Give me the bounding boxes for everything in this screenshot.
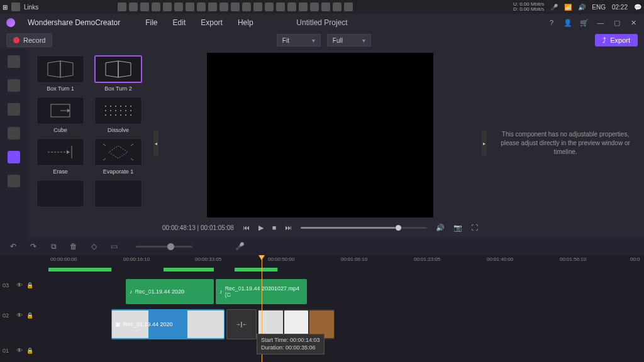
lock-icon[interactable]: 🔒 xyxy=(26,348,33,354)
svg-marker-2 xyxy=(67,109,70,112)
prev-button[interactable]: ⏮ xyxy=(243,224,250,231)
account-icon[interactable]: 👤 xyxy=(564,19,572,27)
crop-icon[interactable]: ⧉ xyxy=(49,242,58,251)
tab-transitions-icon[interactable] xyxy=(8,151,20,163)
maximize-icon[interactable]: ▢ xyxy=(613,19,621,27)
tray-notif-icon[interactable]: 💬 xyxy=(634,4,641,11)
tray-app-icon[interactable] xyxy=(152,3,160,11)
menu-edit[interactable]: Edit xyxy=(173,18,186,27)
audio-clip-1[interactable]: ♪Rec_01.19.44 2020 xyxy=(126,279,214,304)
tab-captions-icon[interactable] xyxy=(8,103,20,116)
lock-icon[interactable]: 🔒 xyxy=(26,312,33,319)
tray-lang[interactable]: ENG xyxy=(592,4,606,11)
track-02[interactable]: 02👁 🔒 ▣Rec_01.19.44 2020 →|← xyxy=(38,309,644,339)
tray-app-icon[interactable] xyxy=(208,3,217,11)
tray-app-icon[interactable] xyxy=(321,3,330,11)
export-button[interactable]: ⤴ Export xyxy=(595,34,638,47)
effect-extra-1[interactable] xyxy=(34,180,87,207)
upload-icon: ⤴ xyxy=(602,36,606,44)
stop-button[interactable]: ■ xyxy=(272,224,277,231)
collapse-right-icon[interactable]: ▸ xyxy=(482,131,487,156)
video-clip[interactable]: ▣Rec_01.19.44 2020 xyxy=(111,309,225,339)
tray-app-icon[interactable] xyxy=(174,3,183,11)
redo-icon[interactable]: ↷ xyxy=(29,242,38,251)
task-icon[interactable] xyxy=(11,3,20,11)
svg-point-14 xyxy=(130,110,131,111)
tray-app-icon[interactable] xyxy=(344,3,353,11)
tray-app-icon[interactable] xyxy=(231,3,240,11)
svg-point-13 xyxy=(125,110,126,111)
play-button[interactable]: ▶ xyxy=(258,224,264,232)
tray-app-icon[interactable] xyxy=(265,3,274,11)
tray-app-icon[interactable] xyxy=(197,3,206,11)
tray-app-icon[interactable] xyxy=(118,3,126,11)
help-icon[interactable]: ? xyxy=(547,19,556,26)
tray-app-icon[interactable] xyxy=(242,3,251,11)
tab-stickers-icon[interactable] xyxy=(8,127,20,140)
voiceover-icon[interactable]: 🎤 xyxy=(235,242,244,251)
tab-effects-icon[interactable] xyxy=(8,175,20,187)
app-name: Wondershare DemoCreator xyxy=(28,18,120,27)
progress-slider[interactable] xyxy=(301,227,427,229)
svg-point-4 xyxy=(110,106,111,107)
tray-icon[interactable]: 🎤 xyxy=(550,4,558,11)
svg-point-16 xyxy=(110,114,111,116)
svg-point-9 xyxy=(105,110,106,111)
minimize-icon[interactable]: — xyxy=(596,19,605,26)
tab-text-icon[interactable] xyxy=(8,79,20,92)
effect-evaporate-1[interactable]: Evaporate 1 xyxy=(92,138,145,175)
lock-icon[interactable]: 🔒 xyxy=(26,282,33,288)
volume-icon[interactable]: 🔊 xyxy=(436,224,445,232)
effect-erase[interactable]: Erase xyxy=(34,138,87,175)
delete-icon[interactable]: 🗑 xyxy=(69,242,78,251)
tray-app-icon[interactable] xyxy=(299,3,308,11)
close-icon[interactable]: ✕ xyxy=(629,19,638,27)
menu-file[interactable]: File xyxy=(145,18,157,27)
track-01[interactable]: 01👁 🔒 xyxy=(38,344,644,362)
fullscreen-icon[interactable]: ⛶ xyxy=(471,224,478,231)
taskbar-links[interactable]: Links xyxy=(24,4,38,11)
tray-app-icon[interactable] xyxy=(163,3,172,11)
collapse-left-icon[interactable]: ◂ xyxy=(153,131,158,156)
effect-dissolve[interactable]: Dissolve xyxy=(92,97,145,133)
quality-select[interactable]: Full xyxy=(327,34,371,47)
tab-library-icon[interactable] xyxy=(8,55,20,68)
record-button[interactable]: Record xyxy=(6,33,52,47)
start-icon[interactable]: ⊞ xyxy=(3,4,8,11)
preview-viewport[interactable] xyxy=(207,53,433,217)
os-taskbar: ⊞ Links U: 0.00 Mbit/s D: 0.00 Mbit/s 🎤 … xyxy=(0,0,644,14)
properties-panel: This component has no adjustable propert… xyxy=(487,49,644,238)
tray-app-icon[interactable] xyxy=(186,3,194,11)
track-03[interactable]: 03👁 🔒 ♪Rec_01.19.44 2020 ♪Rec_01.19.44 2… xyxy=(38,279,644,304)
aspect-icon[interactable]: ▭ xyxy=(109,242,118,251)
marker-icon[interactable]: ◇ xyxy=(89,242,98,251)
fit-select[interactable]: Fit xyxy=(277,34,321,47)
snapshot-icon[interactable]: 📷 xyxy=(453,224,462,232)
visibility-icon[interactable]: 👁 xyxy=(16,282,23,288)
tray-app-icon[interactable] xyxy=(140,3,149,11)
tray-app-icon[interactable] xyxy=(253,3,262,11)
tray-app-icon[interactable] xyxy=(276,3,285,11)
tray-app-icon[interactable] xyxy=(287,3,296,11)
tray-app-icon[interactable] xyxy=(219,3,228,11)
cart-icon[interactable]: 🛒 xyxy=(580,19,589,27)
tray-time[interactable]: 02:22 xyxy=(612,4,628,11)
menu-help[interactable]: Help xyxy=(238,18,253,27)
tray-app-icon[interactable] xyxy=(333,3,341,11)
effect-box-turn-2[interactable]: Box Turn 2 xyxy=(92,55,145,92)
visibility-icon[interactable]: 👁 xyxy=(16,312,23,319)
next-button[interactable]: ⏭ xyxy=(285,224,292,231)
menu-export[interactable]: Export xyxy=(201,18,223,27)
effect-cube[interactable]: Cube xyxy=(34,97,87,133)
tray-app-icon[interactable] xyxy=(129,3,138,11)
tray-volume-icon[interactable]: 🔊 xyxy=(578,4,586,11)
effect-box-turn-1[interactable]: Box Turn 1 xyxy=(34,55,87,92)
visibility-icon[interactable]: 👁 xyxy=(16,347,23,354)
transition-clip[interactable]: →|← xyxy=(226,309,257,339)
tray-app-icon[interactable] xyxy=(310,3,319,11)
time-ruler[interactable]: 00:00:00:00 00:00:16:10 00:00:33:05 00:0… xyxy=(38,255,644,266)
tray-wifi-icon[interactable]: 📶 xyxy=(564,4,572,11)
zoom-slider[interactable] xyxy=(136,246,192,248)
undo-icon[interactable]: ↶ xyxy=(9,242,18,251)
effect-extra-2[interactable] xyxy=(92,180,145,207)
